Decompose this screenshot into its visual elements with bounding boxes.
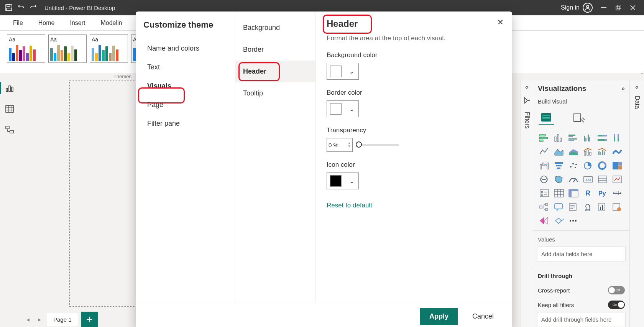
page-next-icon[interactable]: ▸	[35, 315, 44, 324]
values-drop-zone[interactable]: Add data fields here	[537, 246, 626, 261]
svg-rect-92	[569, 189, 572, 197]
card-icon[interactable]: 123	[582, 174, 595, 185]
area-chart-icon[interactable]	[552, 146, 565, 158]
theme-thumbnail[interactable]: Aa	[90, 35, 128, 63]
svg-rect-60	[555, 162, 563, 164]
clustered-column-icon[interactable]	[582, 132, 595, 144]
treemap-icon[interactable]	[611, 160, 624, 171]
sub-border[interactable]: Border	[235, 39, 315, 61]
scatter-icon[interactable]	[567, 160, 580, 171]
theme-thumbnail[interactable]: Aa	[7, 35, 45, 63]
bgcolor-picker[interactable]: ⌄	[327, 63, 359, 80]
power-apps-icon[interactable]	[611, 201, 624, 213]
key-influencers-icon[interactable]	[611, 187, 624, 199]
python-visual-icon[interactable]: Py	[596, 187, 609, 199]
signin-button[interactable]: Sign in	[561, 3, 593, 13]
expand-left-icon[interactable]: «	[635, 84, 639, 90]
nav-page[interactable]: Page	[143, 95, 235, 114]
power-automate-icon[interactable]	[538, 215, 551, 227]
nav-filter-pane[interactable]: Filter pane	[143, 114, 235, 133]
apply-button[interactable]: Apply	[420, 308, 458, 325]
hundred-stacked-bar-icon[interactable]	[596, 132, 609, 144]
line-clustered-column-icon[interactable]	[596, 146, 609, 158]
transparency-slider[interactable]	[356, 144, 399, 146]
page-tab[interactable]: Page 1	[47, 313, 78, 326]
svg-rect-43	[614, 137, 615, 141]
svg-point-113	[617, 207, 621, 211]
slider-thumb[interactable]	[356, 141, 362, 148]
multi-row-card-icon[interactable]	[596, 174, 609, 185]
more-visuals-icon[interactable]	[567, 215, 580, 227]
line-stacked-column-icon[interactable]	[582, 146, 595, 158]
ribbon-chart-icon[interactable]	[611, 146, 624, 158]
report-view-icon[interactable]	[4, 84, 15, 93]
clustered-bar-icon[interactable]	[567, 132, 580, 144]
funnel-icon[interactable]	[552, 160, 565, 171]
matrix-icon[interactable]	[567, 187, 580, 199]
tab-home[interactable]: Home	[38, 20, 55, 26]
hundred-stacked-column-icon[interactable]	[611, 132, 624, 144]
close-icon[interactable]	[629, 4, 636, 11]
line-chart-icon[interactable]	[538, 146, 551, 158]
filters-pane-collapsed[interactable]: « Filters	[521, 81, 533, 327]
gauge-icon[interactable]	[567, 174, 580, 185]
data-view-icon[interactable]	[4, 104, 15, 113]
stacked-area-icon[interactable]	[567, 146, 580, 158]
model-view-icon[interactable]	[4, 125, 15, 134]
get-more-visuals-icon[interactable]	[552, 215, 565, 227]
maximize-icon[interactable]	[615, 4, 622, 11]
pie-icon[interactable]	[582, 160, 595, 171]
stacked-bar-icon[interactable]	[538, 132, 551, 144]
chevron-down-icon: ⌄	[345, 68, 358, 75]
qa-visual-icon[interactable]	[552, 201, 565, 213]
svg-rect-6	[617, 5, 621, 9]
table-icon[interactable]	[552, 187, 565, 199]
stacked-column-icon[interactable]	[552, 132, 565, 144]
nav-name-colors[interactable]: Name and colors	[143, 39, 235, 58]
theme-thumbnail[interactable]: Aa	[48, 35, 87, 63]
sub-header[interactable]: Header	[235, 61, 315, 82]
minimize-icon[interactable]	[600, 4, 607, 11]
decomposition-tree-icon[interactable]	[538, 201, 551, 213]
goals-icon[interactable]	[582, 201, 595, 213]
save-icon[interactable]	[5, 4, 12, 11]
tab-file[interactable]: File	[13, 20, 23, 26]
nav-text[interactable]: Text	[143, 58, 235, 77]
sub-background[interactable]: Background	[235, 17, 315, 39]
sub-tooltip[interactable]: Tooltip	[235, 82, 315, 104]
build-fields-icon[interactable]	[539, 111, 554, 125]
waterfall-icon[interactable]	[538, 160, 551, 171]
svg-rect-69	[613, 162, 618, 169]
tab-insert[interactable]: Insert	[70, 20, 85, 26]
redo-icon[interactable]	[30, 4, 37, 11]
paginated-report-icon[interactable]	[596, 201, 609, 213]
drill-through-drop-zone[interactable]: Add drill-through fields here	[537, 312, 626, 327]
nav-visuals[interactable]: Visuals	[143, 77, 235, 95]
smart-narrative-icon[interactable]	[567, 201, 580, 213]
transparency-input[interactable]: 0 % ▲▼	[327, 138, 353, 152]
cancel-button[interactable]: Cancel	[472, 312, 494, 320]
donut-icon[interactable]	[596, 160, 609, 171]
slicer-icon[interactable]	[538, 187, 551, 199]
filled-map-icon[interactable]	[552, 174, 565, 185]
page-prev-icon[interactable]: ◂	[24, 315, 32, 324]
data-pane-collapsed[interactable]: « Data	[629, 81, 644, 327]
r-visual-icon[interactable]: R	[582, 187, 595, 199]
cross-report-toggle[interactable]: Off	[608, 286, 625, 294]
tab-modeling[interactable]: Modelin	[100, 20, 122, 26]
keep-all-filters-toggle[interactable]: On	[608, 301, 625, 309]
format-visual-icon[interactable]	[571, 111, 586, 125]
reset-to-default-link[interactable]: Reset to default	[327, 202, 501, 209]
iconcolor-picker[interactable]: ⌄	[327, 173, 359, 189]
kpi-icon[interactable]	[611, 174, 624, 185]
expand-right-icon[interactable]: »	[621, 85, 625, 92]
map-icon[interactable]	[538, 174, 551, 185]
dialog-close-icon[interactable]: ✕	[497, 18, 504, 27]
add-page-button[interactable]: +	[81, 312, 98, 327]
values-section-label: Values	[533, 230, 629, 246]
expand-left-icon[interactable]: «	[525, 84, 529, 90]
bordercolor-picker[interactable]: ⌄	[327, 100, 359, 117]
undo-icon[interactable]	[18, 4, 25, 11]
spinner-icon[interactable]: ▲▼	[348, 142, 351, 148]
ribbon-expand-icon[interactable]: ˆ	[641, 72, 643, 78]
